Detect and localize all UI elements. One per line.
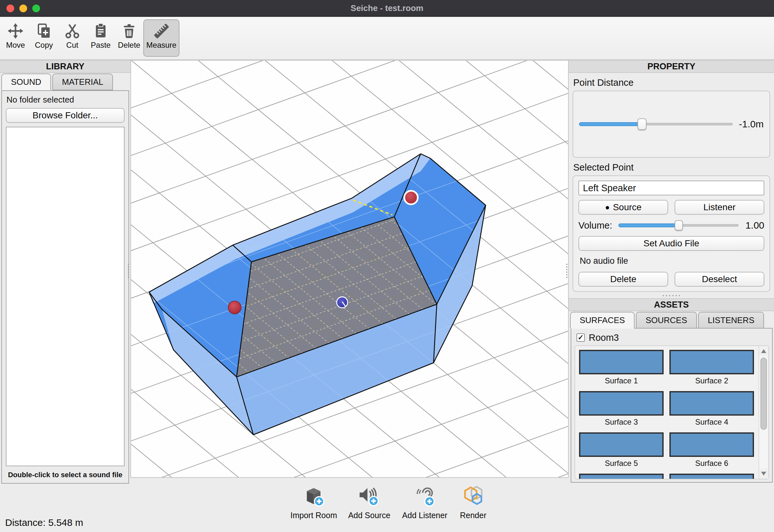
import-room-label: Import Room [291, 511, 337, 520]
cut-label: Cut [66, 41, 78, 50]
minimize-button[interactable] [19, 5, 27, 12]
surface-label: Surface 5 [605, 459, 638, 468]
add-source-icon [357, 484, 382, 508]
surface-label: Surface 4 [695, 418, 729, 427]
surface-thumbnail [670, 350, 754, 374]
surface-thumbnail [670, 391, 754, 416]
scroll-down-icon[interactable] [759, 468, 768, 479]
viewport-3d[interactable] [130, 60, 569, 478]
room-name-label: Room3 [589, 332, 619, 343]
panel-splitter-handle[interactable] [569, 295, 774, 296]
delete-button[interactable]: Delete [115, 19, 143, 57]
surface-label: Surface 6 [695, 459, 729, 468]
volume-fill [619, 223, 679, 227]
sound-file-list[interactable] [6, 127, 124, 466]
add-source-button[interactable]: Add Source [348, 484, 391, 520]
source-type-button[interactable]: ● Source [578, 200, 668, 215]
surface-item-3[interactable]: Surface 3 [579, 391, 664, 432]
surface-thumbnail [579, 350, 664, 374]
delete-point-button[interactable]: Delete [578, 272, 668, 287]
surface-item-6[interactable]: Surface 6 [670, 432, 754, 474]
surface-item-2[interactable]: Surface 2 [670, 350, 754, 391]
scroll-up-icon[interactable] [759, 346, 768, 356]
point-distance-slider[interactable] [579, 118, 733, 130]
room-visibility-checkbox[interactable]: ✓ [576, 333, 585, 342]
no-audio-label: No audio file [580, 256, 764, 266]
volume-label: Volume: [578, 220, 615, 231]
add-listener-icon [412, 484, 437, 508]
measure-icon [153, 23, 170, 39]
point-name-field[interactable] [578, 181, 764, 195]
surface-item-4[interactable]: Surface 4 [670, 391, 754, 432]
add-listener-button[interactable]: Add Listener [402, 484, 447, 520]
surface-thumbnail [670, 432, 754, 457]
room-scene [131, 61, 568, 477]
source-bullet-icon: ● [605, 203, 610, 212]
source-point-selected[interactable] [404, 191, 418, 204]
add-listener-label: Add Listener [402, 511, 447, 520]
volume-knob[interactable] [675, 220, 683, 231]
delete-label: Delete [118, 41, 140, 50]
surface-thumbnail [670, 474, 754, 479]
source-point-left[interactable] [228, 301, 241, 314]
move-icon [7, 23, 24, 39]
tab-sound[interactable]: SOUND [1, 74, 51, 90]
cut-icon [64, 23, 81, 39]
property-header: PROPERTY [569, 60, 774, 73]
import-room-icon [302, 484, 326, 508]
no-folder-label: No folder selected [6, 95, 124, 105]
tab-sources[interactable]: SOURCES [636, 312, 697, 329]
point-distance-knob[interactable] [638, 118, 647, 130]
point-distance-fill [579, 122, 642, 126]
cut-button[interactable]: Cut [58, 19, 86, 57]
move-button[interactable]: Move [1, 19, 30, 57]
listener-type-button[interactable]: Listener [675, 200, 764, 215]
left-splitter-handle[interactable] [127, 264, 130, 278]
copy-button[interactable]: Copy [30, 19, 58, 57]
surface-item-7[interactable] [579, 474, 664, 479]
render-icon [461, 484, 485, 508]
import-room-button[interactable]: Import Room [291, 484, 337, 520]
paste-label: Paste [91, 41, 110, 50]
copy-icon [35, 23, 52, 39]
surface-item-1[interactable]: Surface 1 [579, 350, 664, 391]
right-splitter-handle[interactable] [565, 264, 568, 278]
library-panel: LIBRARY SOUND MATERIAL No folder selecte… [0, 60, 130, 532]
title-bar: Seiche - test.room [0, 0, 774, 17]
copy-label: Copy [35, 41, 53, 50]
surface-scrollbar[interactable] [759, 346, 768, 479]
assets-header: ASSETS [569, 298, 774, 311]
surface-item-8[interactable] [670, 474, 754, 479]
render-button[interactable]: Render [460, 484, 486, 520]
set-audio-file-button[interactable]: Set Audio File [578, 236, 764, 251]
point-distance-group: -1.0m [572, 91, 770, 158]
deselect-point-button[interactable]: Deselect [675, 272, 764, 287]
surface-item-5[interactable]: Surface 5 [579, 432, 664, 474]
property-panel: PROPERTY Point Distance -1.0m Selected P… [569, 60, 774, 532]
surface-list: Surface 1 Surface 2 Surface 3 Surface 4 … [574, 345, 769, 479]
status-distance: Distance: 5.548 m [5, 517, 83, 528]
tab-surfaces[interactable]: SURFACES [570, 312, 635, 329]
point-distance-value: -1.0m [738, 119, 764, 130]
browse-folder-button[interactable]: Browse Folder... [6, 108, 124, 123]
tab-listeners[interactable]: LISTENERS [698, 312, 764, 329]
scrollbar-thumb[interactable] [760, 358, 767, 430]
zoom-button[interactable] [32, 5, 40, 12]
surface-thumbnail [579, 391, 664, 416]
app-window: Seiche - test.room Move Copy [0, 0, 774, 532]
surface-label: Surface 1 [605, 376, 638, 385]
tab-material[interactable]: MATERIAL [52, 74, 113, 90]
close-button[interactable] [6, 5, 14, 12]
listener-point[interactable] [337, 297, 348, 308]
surface-thumbnail [579, 432, 664, 457]
window-title: Seiche - test.room [351, 3, 423, 13]
library-content: No folder selected Browse Folder... Doub… [1, 90, 129, 484]
move-label: Move [6, 41, 25, 50]
selected-point-label: Selected Point [573, 162, 774, 173]
measure-label: Measure [146, 41, 176, 50]
paste-button[interactable]: Paste [86, 19, 115, 57]
measure-button[interactable]: Measure [143, 19, 179, 57]
surface-label: Surface 3 [605, 418, 638, 427]
surface-label: Surface 2 [695, 376, 729, 385]
volume-slider[interactable] [619, 220, 739, 231]
